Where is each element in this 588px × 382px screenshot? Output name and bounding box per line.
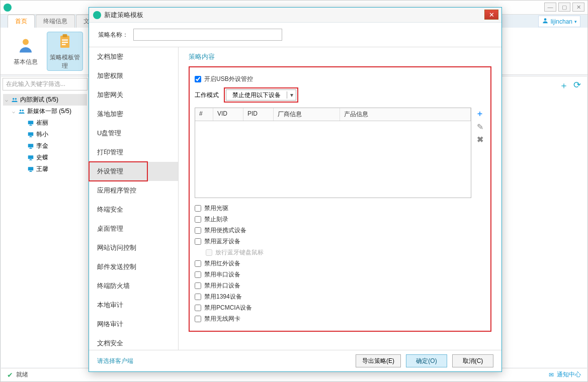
policy-name-input[interactable] [133, 29, 282, 41]
svg-rect-19 [29, 148, 32, 149]
tab-terminal-info[interactable]: 终端信息 [36, 15, 75, 28]
footer-hint[interactable]: 请选择客户端 [97, 357, 133, 365]
option-checkbox[interactable] [195, 238, 201, 245]
category-item[interactable]: 本地审计 [89, 296, 178, 315]
work-mode-combo[interactable]: 禁止使用以下设备 ▾ [226, 89, 296, 101]
option-row[interactable]: 禁用串口设备 [195, 270, 485, 279]
tree-member[interactable]: 李金 [3, 140, 87, 152]
option-row[interactable]: 禁用蓝牙设备 [195, 237, 485, 246]
ribbon-policy-template[interactable]: 策略模板管理 [47, 32, 83, 71]
grid-header: # VID PID 厂商信息 产品信息 [195, 108, 471, 121]
svg-rect-18 [30, 147, 32, 148]
check-icon: ✔ [7, 371, 13, 379]
option-checkbox[interactable] [195, 216, 201, 223]
option-row[interactable]: 禁用便携式设备 [195, 226, 485, 235]
modal-close-button[interactable]: ✕ [484, 10, 498, 20]
svg-point-0 [544, 18, 546, 21]
computer-icon [27, 120, 34, 127]
cancel-button[interactable]: 取消(C) [452, 354, 493, 367]
option-row[interactable]: 禁用红外设备 [195, 259, 485, 268]
category-item[interactable]: 文档加密 [89, 47, 178, 66]
tree-member[interactable]: 史蝶 [3, 152, 87, 163]
maximize-button[interactable]: ▢ [558, 3, 570, 12]
option-row[interactable]: 禁用光驱 [195, 204, 485, 213]
option-checkbox[interactable] [195, 316, 201, 322]
grid-add-icon[interactable]: ＋ [476, 109, 484, 119]
add-icon[interactable]: ＋ [559, 79, 568, 91]
notify-center[interactable]: ✉ 通知中心 [549, 370, 581, 379]
svg-rect-20 [28, 155, 34, 159]
category-item[interactable]: 外设管理 [89, 162, 178, 181]
category-item[interactable]: 打印管理 [89, 143, 178, 162]
option-checkbox[interactable] [195, 260, 201, 267]
svg-rect-13 [29, 125, 32, 126]
member-name: 韩小 [36, 130, 48, 139]
tree-member[interactable]: 韩小 [3, 129, 87, 140]
ok-button[interactable]: 确定(O) [406, 354, 447, 367]
option-checkbox[interactable] [195, 205, 201, 212]
work-mode-label: 工作模式 [195, 91, 219, 100]
option-row[interactable]: 禁用PCMCIA设备 [195, 304, 485, 312]
category-item[interactable]: 终端安全 [89, 200, 178, 219]
tree-search-input[interactable]: 在此输入关键字筛选... [3, 78, 88, 90]
option-label: 禁用并口设备 [204, 281, 240, 290]
category-item[interactable]: 网站访问控制 [89, 238, 178, 257]
grid-delete-icon[interactable]: ✖ [477, 135, 483, 144]
device-grid[interactable]: # VID PID 厂商信息 产品信息 [195, 108, 471, 198]
svg-rect-5 [62, 42, 68, 43]
work-mode-row: 工作模式 禁止使用以下设备 ▾ [195, 87, 485, 103]
option-row[interactable]: 禁止刻录 [195, 215, 485, 224]
enable-usb-checkbox[interactable] [195, 76, 201, 82]
option-checkbox[interactable] [195, 227, 201, 234]
enable-usb-row[interactable]: 开启USB外设管控 [195, 75, 485, 83]
category-item[interactable]: 邮件发送控制 [89, 257, 178, 276]
svg-rect-4 [62, 39, 68, 40]
svg-rect-24 [30, 170, 32, 171]
option-checkbox[interactable] [195, 305, 201, 311]
device-grid-wrap: # VID PID 厂商信息 产品信息 ＋ ✎ ✖ [195, 108, 485, 198]
grid-edit-icon[interactable]: ✎ [477, 122, 483, 132]
category-item[interactable]: 网络审计 [89, 315, 178, 334]
category-item[interactable]: 落地加密 [89, 105, 178, 124]
policy-name-row: 策略名称： [89, 23, 501, 47]
computer-icon [27, 131, 34, 138]
tree-member[interactable]: 王馨 [3, 163, 87, 175]
category-item[interactable]: 文档安全 [89, 334, 178, 350]
tab-home[interactable]: 首页 [8, 15, 35, 28]
minimize-button[interactable]: — [544, 3, 556, 12]
option-row[interactable]: 禁用无线网卡 [195, 315, 485, 323]
tree-member[interactable]: 崔丽 [3, 117, 87, 129]
tree-root[interactable]: ⌵ 内部测试 (5/5) [3, 94, 87, 106]
modal-footer: 请选择客户端 导出策略(E) 确定(O) 取消(C) [89, 350, 501, 371]
member-name: 崔丽 [36, 119, 48, 127]
clipboard-icon [55, 32, 75, 51]
option-row[interactable]: 禁用1394设备 [195, 293, 485, 301]
export-button[interactable]: 导出策略(E) [356, 354, 401, 367]
col-vendor: 厂商信息 [274, 108, 340, 121]
ribbon-basic-info[interactable]: 基本信息 [8, 32, 44, 71]
option-checkbox[interactable] [195, 282, 201, 289]
col-product: 产品信息 [340, 108, 471, 121]
option-row[interactable]: 禁用并口设备 [195, 281, 485, 290]
close-button[interactable]: ✕ [572, 3, 584, 12]
option-checkbox[interactable] [195, 294, 201, 300]
grid-tools: ＋ ✎ ✖ [474, 108, 485, 198]
option-checkbox[interactable] [195, 271, 201, 278]
option-label: 禁用PCMCIA设备 [204, 304, 252, 312]
category-item[interactable]: 桌面管理 [89, 219, 178, 238]
category-item[interactable]: 加密权限 [89, 66, 178, 85]
category-item[interactable]: 应用程序管控 [89, 181, 178, 200]
expand-icon[interactable]: ⌵ [4, 97, 9, 103]
category-item[interactable]: U盘管理 [89, 124, 178, 143]
tree-group[interactable]: ⌵ 新媒体一部 (5/5) [3, 106, 87, 117]
category-item[interactable]: 终端防火墙 [89, 276, 178, 296]
option-label: 禁用光驱 [204, 204, 228, 213]
user-chip[interactable]: lijinchan ▾ [538, 16, 580, 27]
svg-rect-25 [29, 171, 32, 172]
category-item[interactable]: 加密网关 [89, 85, 178, 105]
modal-titlebar: 新建策略模板 ✕ [89, 8, 501, 23]
combo-dropdown-icon[interactable]: ▾ [287, 91, 296, 99]
group-icon [18, 108, 25, 115]
expand-icon[interactable]: ⌵ [11, 109, 16, 114]
refresh-icon[interactable]: ⟳ [573, 79, 581, 91]
